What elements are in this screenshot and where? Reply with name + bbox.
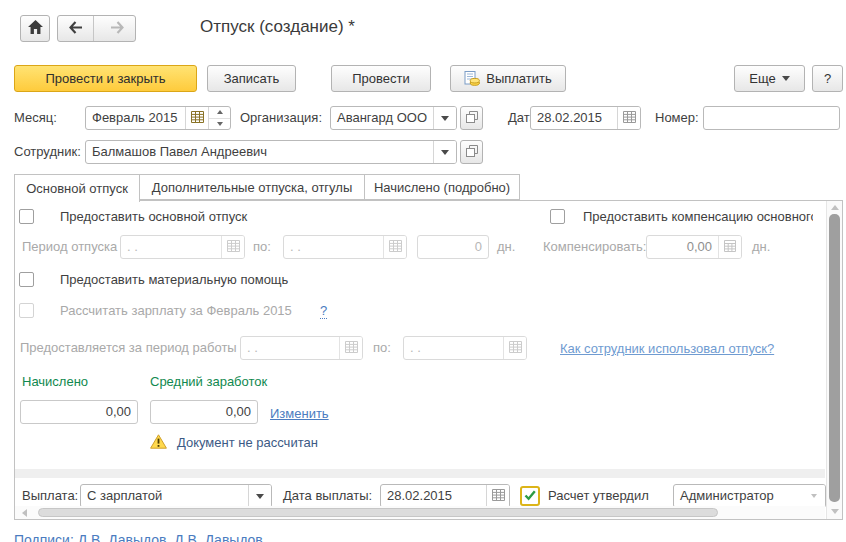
- pay-button[interactable]: Выплатить: [450, 65, 566, 92]
- tab-label: Основной отпуск: [26, 181, 128, 196]
- home-icon: [28, 20, 43, 37]
- post-button[interactable]: Провести: [331, 65, 431, 92]
- payment-label: Выплата:: [22, 484, 78, 508]
- organization-value[interactable]: Авангард ООО: [331, 107, 433, 129]
- date-value[interactable]: 28.02.2015: [531, 107, 617, 129]
- work-to-label: по:: [373, 336, 391, 360]
- scroll-left-icon[interactable]: [22, 509, 27, 517]
- calc-salary-checkbox: [19, 303, 34, 318]
- payment-date-value[interactable]: 28.02.2015: [381, 485, 486, 507]
- work-to-value: . .: [404, 337, 503, 359]
- material-help-checkbox[interactable]: [19, 272, 34, 287]
- provide-vacation-checkbox[interactable]: [19, 209, 34, 224]
- date-calendar-button[interactable]: [617, 107, 640, 129]
- calendar-icon: [492, 489, 505, 504]
- date-field[interactable]: 28.02.2015: [530, 106, 641, 130]
- month-calendar-button[interactable]: [185, 107, 208, 129]
- work-from-field: . .: [240, 336, 363, 360]
- chevron-down-icon: [441, 116, 449, 121]
- calendar-button: [383, 236, 406, 258]
- vacation-period-label: Период отпуска с:: [22, 235, 131, 259]
- tab-label: Дополнительные отпуска, отгулы: [152, 180, 353, 195]
- number-value[interactable]: [704, 107, 839, 129]
- scroll-up-icon[interactable]: [831, 205, 839, 210]
- calendar-button: [221, 236, 244, 258]
- not-calculated-warning: Документ не рассчитан: [177, 431, 318, 455]
- approved-by-value[interactable]: Администратор: [674, 485, 802, 507]
- vacation-days-value: 0: [418, 236, 488, 258]
- employee-open-button[interactable]: [460, 140, 483, 164]
- pay-icon: [464, 71, 480, 86]
- checkmark-icon: [524, 489, 536, 504]
- post-and-close-label: Провести и закрыть: [45, 71, 165, 86]
- tab-accrued-details[interactable]: Начислено (подробно): [364, 174, 520, 200]
- change-link[interactable]: Изменить: [270, 402, 329, 426]
- approved-by-dropdown-button[interactable]: [802, 485, 825, 507]
- vertical-scrollbar[interactable]: [826, 201, 842, 519]
- spin-down-button[interactable]: [209, 119, 230, 130]
- post-and-close-button[interactable]: Провести и закрыть: [14, 65, 197, 92]
- write-button[interactable]: Записать: [207, 65, 296, 92]
- home-button[interactable]: [20, 15, 50, 42]
- payment-date-field[interactable]: 28.02.2015: [380, 484, 510, 508]
- vertical-scrollbar-thumb[interactable]: [829, 214, 840, 502]
- tab-main-vacation[interactable]: Основной отпуск: [14, 174, 140, 202]
- compensate-value: 0,00: [647, 236, 718, 258]
- employee-dropdown-button[interactable]: [433, 141, 456, 163]
- page-title: Отпуск (создание) *: [200, 17, 355, 37]
- month-field[interactable]: Февраль 2015: [85, 106, 231, 130]
- employee-value[interactable]: Балмашов Павел Андреевич: [86, 141, 433, 163]
- payment-value[interactable]: С зарплатой: [81, 485, 248, 507]
- accrued-value[interactable]: 0,00: [21, 401, 137, 423]
- month-value[interactable]: Февраль 2015: [86, 107, 185, 129]
- number-label: Номер:: [655, 106, 699, 130]
- payment-dropdown-button[interactable]: [248, 485, 271, 507]
- warning-icon: [150, 434, 167, 452]
- chevron-down-icon: [782, 76, 790, 81]
- organization-open-button[interactable]: [460, 106, 483, 130]
- forward-arrow-icon: [110, 21, 125, 37]
- help-label: ?: [824, 71, 831, 86]
- month-label: Месяц:: [14, 106, 57, 130]
- vacation-usage-link[interactable]: Как сотрудник использовал отпуск?: [560, 337, 774, 361]
- nav-history-group: [57, 15, 136, 42]
- signatures-link[interactable]: Подписи: Д.В. Давыдов, Д.В. Давыдов: [14, 528, 263, 542]
- horizontal-scrollbar[interactable]: [15, 506, 825, 519]
- payment-date-calendar-button[interactable]: [486, 485, 509, 507]
- calendar-icon: [623, 111, 636, 126]
- average-earnings-value[interactable]: 0,00: [151, 401, 257, 423]
- vacation-from-field: . .: [120, 235, 245, 259]
- horizontal-scrollbar-thumb[interactable]: [38, 508, 718, 517]
- accrued-field[interactable]: 0,00: [20, 400, 138, 424]
- more-button[interactable]: Еще: [734, 65, 805, 92]
- organization-field[interactable]: Авангард ООО: [330, 106, 457, 130]
- provide-compensation-checkbox[interactable]: [550, 209, 565, 224]
- back-button[interactable]: [58, 16, 94, 41]
- average-earnings-field[interactable]: 0,00: [150, 400, 258, 424]
- chevron-down-icon: [811, 494, 817, 498]
- scroll-down-icon[interactable]: [831, 509, 839, 514]
- spin-up-button[interactable]: [209, 107, 230, 119]
- calendar-icon: [345, 341, 358, 356]
- open-link-icon: [466, 111, 478, 126]
- average-earnings-label: Средний заработок: [150, 370, 267, 394]
- approved-checkbox[interactable]: [520, 486, 540, 506]
- compensate-suffix: дн.: [752, 235, 770, 259]
- back-arrow-icon: [68, 21, 83, 37]
- approved-by-field[interactable]: Администратор: [673, 484, 826, 508]
- employee-field[interactable]: Балмашов Павел Андреевич: [85, 140, 457, 164]
- organization-dropdown-button[interactable]: [433, 107, 456, 129]
- vacation-days-field: 0: [417, 235, 489, 259]
- calendar-button: [503, 337, 526, 359]
- forward-button[interactable]: [100, 16, 135, 41]
- calc-salary-help-link[interactable]: ?: [320, 299, 327, 323]
- post-label: Провести: [352, 71, 410, 86]
- employee-label: Сотрудник:: [14, 140, 81, 164]
- number-field[interactable]: [703, 106, 840, 130]
- payment-field[interactable]: С зарплатой: [80, 484, 272, 508]
- section-separator: [15, 469, 825, 478]
- question-mark-icon[interactable]: ?: [320, 303, 327, 319]
- tab-additional-vacations[interactable]: Дополнительные отпуска, отгулы: [139, 174, 365, 200]
- help-button[interactable]: ?: [812, 65, 843, 92]
- work-from-value: . .: [241, 337, 339, 359]
